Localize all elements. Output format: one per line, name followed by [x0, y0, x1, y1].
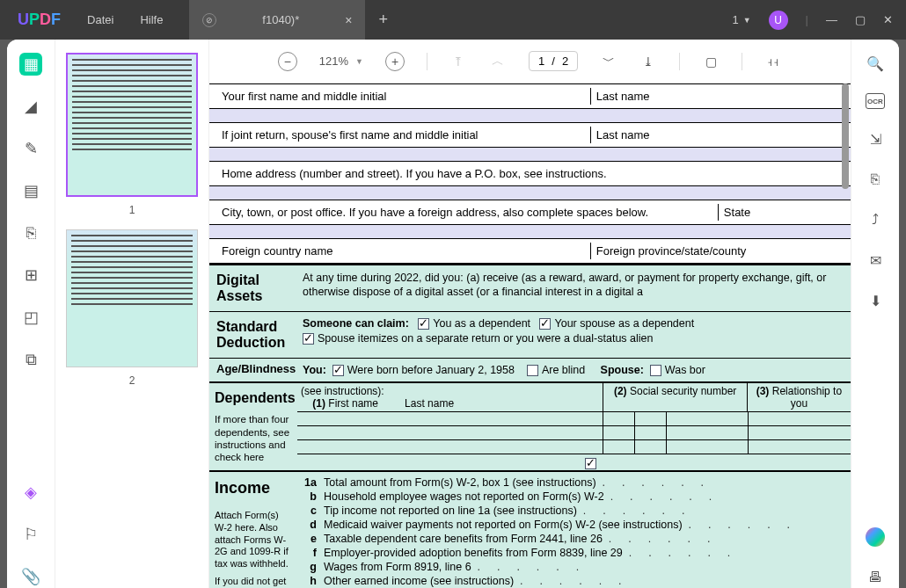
menu-help[interactable]: Hilfe — [140, 13, 163, 26]
prev-page-icon[interactable]: ︿ — [489, 53, 507, 70]
workspace-dropdown[interactable]: 1 ▼ — [732, 13, 750, 26]
thumb-2-label: 2 — [66, 374, 198, 387]
income-note-1: Attach Form(s) W-2 here. Also attach For… — [215, 510, 292, 570]
document-viewport[interactable]: Your first name and middle initial Last … — [209, 83, 851, 588]
pages-tool-icon[interactable]: ▤ — [19, 179, 42, 202]
left-toolbar: ▦ ◢ ✎ ▤ ⎘ ⊞ ◰ ⧉ ◈ ⚐ 📎 — [7, 40, 55, 588]
field-address-label: Home address (number and street). If you… — [216, 165, 612, 182]
ai-icon[interactable] — [865, 526, 886, 548]
bookmark-icon[interactable]: ⚐ — [19, 523, 42, 546]
digital-assets-heading: Digital Assets — [216, 269, 297, 308]
page-thumbnail-2[interactable] — [66, 229, 198, 367]
income-line: hOther earned income (see instructions) … — [297, 574, 851, 588]
checkbox-spouse-born[interactable] — [650, 365, 661, 376]
search-icon[interactable]: 🔍 — [865, 53, 886, 74]
convert-icon[interactable]: ⎘ — [865, 169, 886, 190]
save-icon[interactable]: ⬇ — [865, 290, 886, 311]
tab-doc-icon: ⊘ — [202, 13, 216, 27]
field-first-name-label: Your first name and middle initial — [216, 88, 590, 105]
std-deduction-heading: Standard Deduction — [216, 316, 297, 354]
field-spouse-first-label: If joint return, spouse's first name and… — [216, 127, 590, 143]
income-lines: 1aTotal amount from Form(s) W-2, box 1 (… — [297, 475, 851, 588]
income-line: fEmployer-provided adoption benefits fro… — [297, 546, 851, 560]
organize-tool-icon[interactable]: ⊞ — [19, 264, 42, 287]
print-icon[interactable]: 🖶 — [865, 567, 886, 588]
crop-tool-icon[interactable]: ◰ — [19, 306, 42, 329]
last-page-icon[interactable]: ⤓ — [639, 53, 657, 70]
next-page-icon[interactable]: ﹀ — [600, 53, 617, 70]
text-edit-tool-icon[interactable]: ✎ — [19, 137, 42, 160]
scrollbar-thumb[interactable] — [842, 83, 849, 189]
income-line: 1aTotal amount from Form(s) W-2, box 1 (… — [297, 475, 851, 490]
pdf-page: Your first name and middle initial Last … — [209, 83, 851, 588]
reading-mode-icon[interactable]: ⫞⫞ — [764, 53, 782, 70]
income-heading: Income — [215, 475, 292, 501]
zoom-percent-dropdown[interactable]: 121%▼ — [319, 54, 363, 68]
menu-file[interactable]: Datei — [87, 13, 113, 26]
age-blindness-heading: Age/Blindness — [216, 362, 297, 378]
layers-icon[interactable]: ◈ — [19, 481, 42, 504]
thumbnails-tool-icon[interactable]: ▦ — [19, 53, 42, 76]
menu-bar: Datei Hilfe — [78, 13, 163, 26]
dependents-heading: Dependents — [215, 387, 292, 410]
zoom-in-button[interactable]: + — [385, 52, 405, 71]
checkbox-spouse-itemizes[interactable] — [303, 333, 314, 345]
ocr-icon[interactable]: OCR — [866, 93, 885, 109]
mail-icon[interactable]: ✉ — [865, 250, 886, 271]
close-window-button[interactable]: ✕ — [883, 13, 893, 26]
app-body: ▦ ◢ ✎ ▤ ⎘ ⊞ ◰ ⧉ ◈ ⚐ 📎 1 2 − 121%▼ + — [7, 40, 899, 588]
extract-tool-icon[interactable]: ⎘ — [19, 221, 42, 244]
checkbox-born-before[interactable] — [332, 365, 344, 376]
field-spouse-last-label: Last name — [590, 127, 844, 143]
income-line: cTip income not reported on line 1a (see… — [297, 504, 851, 518]
maximize-button[interactable]: ▢ — [855, 13, 866, 26]
presentation-icon[interactable]: ▢ — [702, 53, 720, 70]
checkbox-blind[interactable] — [527, 365, 538, 376]
dependents-note: If more than four dependents, see instru… — [215, 413, 292, 464]
document-tab[interactable]: ⊘ f1040)* × — [189, 0, 365, 40]
main-area: − 121%▼ + ⤒ ︿ 1 / 2 ﹀ ⤓ ▢ ⫞⫞ Your first … — [209, 40, 851, 588]
share-icon[interactable]: ⤴ — [865, 209, 886, 230]
document-toolbar: − 121%▼ + ⤒ ︿ 1 / 2 ﹀ ⤓ ▢ ⫞⫞ — [209, 40, 851, 83]
minimize-button[interactable]: — — [826, 13, 837, 26]
thumbnail-panel: 1 2 — [55, 40, 209, 588]
first-page-icon[interactable]: ⤒ — [449, 53, 467, 70]
field-last-name-label: Last name — [590, 88, 844, 105]
right-toolbar: 🔍 OCR ⇲ ⎘ ⤴ ✉ ⬇ 🖶 — [851, 40, 899, 588]
income-line: bHousehold employee wages not reported o… — [297, 490, 851, 504]
income-line: eTaxable dependent care benefits from Fo… — [297, 532, 851, 546]
checkbox-more-dependents[interactable] — [585, 458, 596, 469]
page-thumbnail-1[interactable] — [66, 53, 198, 197]
tab-name: f1040)* — [262, 13, 299, 26]
window-controls: 1 ▼ U | — ▢ ✕ — [719, 11, 906, 30]
field-state-label: State — [718, 204, 844, 221]
app-logo: UPDF — [0, 11, 78, 29]
thumb-1-label: 1 — [66, 204, 198, 216]
checkbox-you-dependent[interactable] — [418, 318, 429, 330]
tab-close-button[interactable]: × — [345, 13, 352, 27]
add-tab-button[interactable]: + — [365, 11, 401, 29]
page-number-input[interactable]: 1 / 2 — [529, 51, 578, 71]
field-city-label: City, town, or post office. If you have … — [216, 204, 718, 221]
vertical-scrollbar[interactable] — [840, 83, 849, 588]
zoom-out-button[interactable]: − — [278, 52, 297, 71]
highlighter-tool-icon[interactable]: ◢ — [19, 95, 42, 118]
income-line: dMedicaid waiver payments not reported o… — [297, 518, 851, 532]
checkbox-spouse-dependent[interactable] — [539, 318, 551, 330]
titlebar: UPDF Datei Hilfe ⊘ f1040)* × + 1 ▼ U | —… — [0, 0, 906, 40]
income-line: gWages from Form 8919, line 6 . . . . . … — [297, 560, 851, 574]
field-foreign-country-label: Foreign country name — [216, 243, 590, 259]
income-note-2: If you did not get a Form — [215, 576, 292, 588]
compress-tool-icon[interactable]: ⧉ — [19, 348, 42, 371]
attachment-icon[interactable]: 📎 — [19, 565, 42, 588]
someone-can-claim-label: Someone can claim: — [303, 317, 409, 330]
user-avatar[interactable]: U — [769, 11, 788, 30]
digital-assets-text: At any time during 2022, did you: (a) re… — [297, 269, 844, 308]
field-foreign-province-label: Foreign province/state/county — [590, 243, 844, 259]
export-icon[interactable]: ⇲ — [865, 128, 886, 149]
